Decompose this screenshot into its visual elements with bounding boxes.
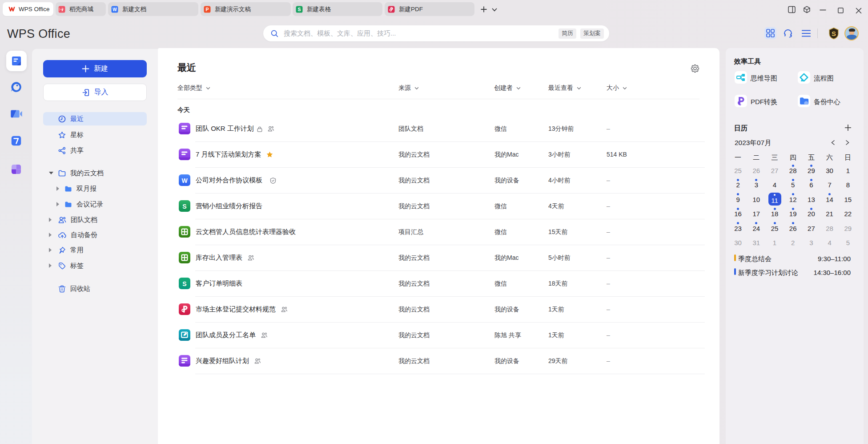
- svg-text:S: S: [297, 6, 301, 12]
- svg-text:P: P: [205, 6, 209, 12]
- svg-text:W: W: [113, 7, 117, 12]
- svg-text:S: S: [182, 280, 186, 287]
- svg-text:S: S: [832, 30, 836, 37]
- svg-text:S: S: [182, 203, 186, 210]
- svg-text:W: W: [181, 177, 188, 184]
